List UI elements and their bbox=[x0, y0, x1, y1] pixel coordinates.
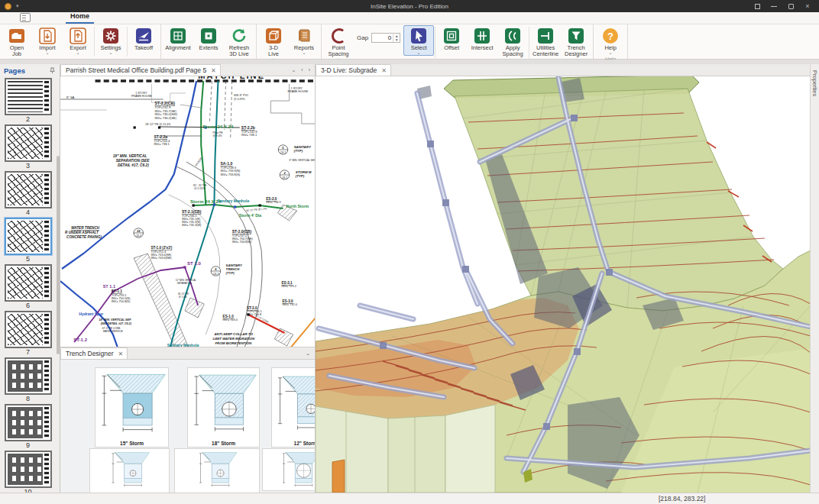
pages-panel: Pages 2 3 4 5 6 7 8 9 10 bbox=[0, 64, 60, 493]
trench-card-caption: 18" Storm bbox=[188, 441, 259, 446]
ribbon-group-results: 3-DLive ⌄ Reports ⌄Results bbox=[257, 24, 322, 59]
trench-section-card-3[interactable]: 12" Storm bbox=[271, 367, 315, 447]
pdf-tab-close-icon[interactable]: ✕ bbox=[211, 67, 216, 74]
next-page-icon[interactable]: › bbox=[309, 67, 310, 73]
select-button[interactable]: Select ⌄ bbox=[403, 25, 434, 56]
page-thumbnail-10[interactable]: 10 bbox=[5, 451, 52, 493]
svg-text:SEPARATION (SEE: SEPARATION (SEE bbox=[116, 159, 150, 163]
svg-text:(TYP): (TYP) bbox=[296, 174, 305, 178]
svg-text:18" MIN. VERTICAL SEP.: 18" MIN. VERTICAL SEP. bbox=[99, 318, 131, 321]
trench-section-card-1[interactable]: 15" Storm bbox=[95, 367, 169, 447]
view3d-tab-close-icon[interactable]: ✕ bbox=[381, 67, 387, 74]
trench-panel-chevron-icon[interactable]: ⌄ bbox=[306, 351, 310, 357]
tab-properties[interactable]: Properties bbox=[811, 64, 819, 102]
intersect-button[interactable]: Intersect bbox=[467, 25, 497, 52]
statusbar: [218.84, 283.22] bbox=[0, 493, 819, 504]
trench-designer-button[interactable]: TrenchDesigner bbox=[561, 25, 591, 58]
dropdown-chevron-icon[interactable]: ⌄ bbox=[76, 51, 79, 55]
svg-text:@ 1.0%: @ 1.0% bbox=[179, 296, 187, 299]
help-button[interactable]: ? Help ⌄ bbox=[595, 25, 626, 56]
alignment-button[interactable]: Alignment bbox=[163, 25, 193, 52]
page-thumbnail-3[interactable]: 3 bbox=[5, 124, 52, 170]
dropdown-chevron-icon[interactable]: ⌄ bbox=[45, 51, 49, 55]
titlebar: ▾ InSite Elevation - Pro Edition × bbox=[0, 0, 819, 12]
trench-section-card-2[interactable]: 18" Storm bbox=[187, 367, 260, 447]
svg-text:18" MIN. VERTICAL: 18" MIN. VERTICAL bbox=[113, 154, 147, 158]
settings-button[interactable]: Settings ⌄ bbox=[95, 25, 126, 56]
svg-text:MATCH LINE: MATCH LINE bbox=[198, 76, 265, 80]
gap-spinner[interactable]: 0 ▲▼ bbox=[371, 33, 400, 43]
svg-text:C6.1: C6.1 bbox=[280, 151, 286, 154]
apply-spacing-button[interactable]: ApplySpacing bbox=[497, 25, 528, 58]
svg-text:@ 0.55%: @ 0.55% bbox=[194, 187, 205, 190]
svg-text:Hydrant Spur: Hydrant Spur bbox=[79, 312, 103, 316]
svg-text:ST-2.0(CB): ST-2.0(CB) bbox=[232, 229, 252, 234]
offset-button[interactable]: Offset bbox=[436, 25, 467, 52]
import-button[interactable]: Import ⌄ bbox=[32, 25, 63, 56]
pdf-drawing-viewport[interactable]: 5 C6.1 2 C6.1 16 C6.2 6 C6.1MATCH LINE8"… bbox=[60, 76, 315, 347]
ribbon-group-help: ? Help ⌄Help bbox=[594, 24, 628, 59]
svg-text:ST-1.1: ST-1.1 bbox=[112, 289, 123, 293]
page-thumbnail-2[interactable]: 2 bbox=[5, 78, 52, 124]
tab-3d-live-subgrade[interactable]: 3-D Live: Subgrade ✕ bbox=[316, 64, 391, 76]
trench-tab-label: Trench Designer bbox=[66, 350, 114, 357]
svg-text:308'-8" PVC: 308'-8" PVC bbox=[234, 94, 249, 97]
3-d-live-button[interactable]: 3-DLive ⌄ bbox=[258, 25, 289, 62]
svg-text:WATER TRENCH: WATER TRENCH bbox=[71, 226, 100, 230]
page-thumbnail-4[interactable]: 4 bbox=[5, 171, 52, 217]
pin-icon[interactable] bbox=[49, 67, 56, 74]
trench-section-card-6[interactable] bbox=[262, 448, 315, 491]
refresh-3d-live-button[interactable]: Refresh3D Live bbox=[224, 25, 254, 58]
extents-button[interactable]: Extents bbox=[193, 25, 224, 52]
svg-text:Plast PE: Plast PE bbox=[212, 131, 223, 134]
reports-button[interactable]: Reports ⌄ bbox=[289, 25, 319, 56]
view3d-viewport[interactable] bbox=[316, 76, 810, 493]
trench-tab-close-icon[interactable]: ✕ bbox=[118, 351, 124, 357]
window-title: InSite Elevation - Pro Edition bbox=[0, 3, 819, 10]
svg-text:C6.2: C6.2 bbox=[136, 234, 141, 237]
page-number: 9 bbox=[5, 441, 52, 450]
page-thumbnail-9[interactable]: 9 bbox=[5, 404, 52, 450]
app-menu-icon[interactable] bbox=[20, 13, 31, 22]
takeoff-button[interactable]: Takeoff bbox=[128, 25, 159, 52]
ribbon-tab-row: Home bbox=[0, 12, 819, 24]
svg-text:ST-1.0 (2'x3'): ST-1.0 (2'x3') bbox=[151, 246, 172, 250]
reports-icon bbox=[296, 27, 312, 44]
view3d-tabbar: 3-D Live: Subgrade ✕ bbox=[316, 64, 810, 76]
gap-spinner-arrows-icon[interactable]: ▲▼ bbox=[393, 34, 400, 42]
view3d-pane: 3-D Live: Subgrade ✕ bbox=[315, 64, 810, 493]
ribbon-group-files: OpenJob Import ⌄ Export ⌄ Settings ⌄ Tak… bbox=[0, 24, 161, 59]
open-job-button[interactable]: OpenJob bbox=[2, 25, 32, 58]
svg-text:ST 1.1: ST 1.1 bbox=[103, 284, 115, 289]
cursor-coordinates: [218.84, 283.22] bbox=[659, 495, 705, 502]
prev-page-icon[interactable]: ‹ bbox=[301, 67, 303, 73]
point-spacing-button[interactable]: Point Spacing ⌄ bbox=[323, 25, 354, 62]
page-thumbnail-7[interactable]: 7 bbox=[5, 311, 52, 357]
dropdown-chevron-icon[interactable]: ⌄ bbox=[417, 51, 421, 55]
svg-text:INV= 750.8(S): INV= 750.8(S) bbox=[112, 300, 131, 303]
utilities-centerline-button[interactable]: UtilitiesCenterline bbox=[530, 25, 561, 58]
tab-pdf-document[interactable]: Parrish Street Medical Office Building.p… bbox=[60, 64, 221, 76]
export-button[interactable]: Export ⌄ bbox=[63, 25, 93, 56]
help-icon: ? bbox=[602, 27, 619, 44]
utilities-centerline-icon bbox=[537, 27, 554, 44]
svg-text:INV= 743.0: INV= 743.0 bbox=[223, 319, 238, 322]
page-number: 4 bbox=[5, 208, 52, 217]
dropdown-chevron-icon[interactable]: ⌄ bbox=[108, 51, 112, 55]
svg-text:INV= 738.1: INV= 738.1 bbox=[241, 134, 257, 137]
trench-section-card-5[interactable]: 15" Perf PE bbox=[174, 448, 260, 493]
svg-text:INV= 736.2(SE): INV= 736.2(SE) bbox=[154, 116, 176, 120]
tab-trench-designer[interactable]: Trench Designer ✕ bbox=[60, 347, 128, 359]
dropdown-chevron-icon[interactable]: ⌄ bbox=[302, 51, 306, 55]
trench-designer-icon bbox=[568, 27, 584, 44]
gap-label: Gap bbox=[357, 34, 368, 41]
svg-text:INV= 734.8(W): INV= 734.8(W) bbox=[232, 241, 252, 244]
tab-home[interactable]: Home bbox=[66, 12, 94, 24]
page-thumbnail-8[interactable]: 8 bbox=[5, 357, 52, 403]
terrain-3d-render bbox=[316, 76, 810, 493]
page-thumbnail-6[interactable]: 6 bbox=[5, 264, 52, 310]
trench-section-card-4[interactable]: 12" Perf PE bbox=[89, 448, 170, 493]
page-thumbnail-5[interactable]: 5 bbox=[5, 218, 52, 263]
dropdown-chevron-icon[interactable]: ⌄ bbox=[609, 51, 613, 55]
pane-menu-chevron-icon[interactable]: ⌄ bbox=[291, 67, 296, 73]
